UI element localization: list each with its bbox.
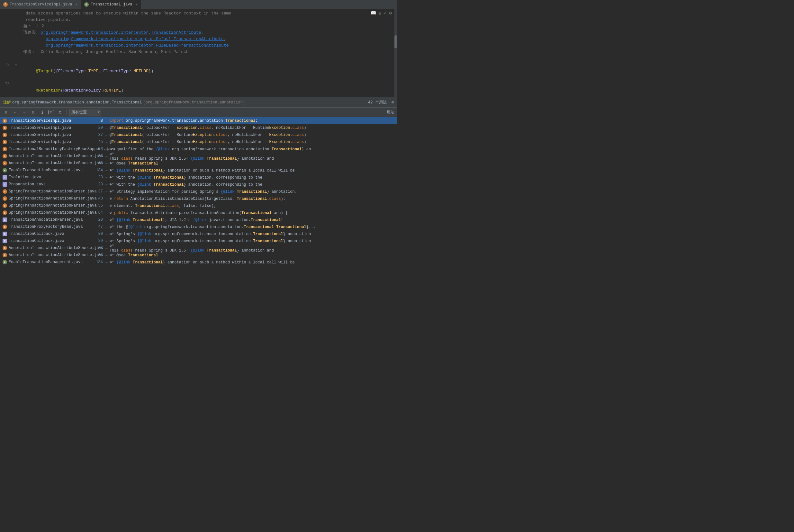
file-icon: E	[3, 168, 7, 172]
result-row[interactable]: EEnableTransactionManagement.java184⇒⊕* …	[0, 167, 397, 174]
result-row[interactable]: CAnnotationTransactionAttributeSource.ja…	[0, 245, 397, 251]
result-line-number: 29	[93, 239, 106, 243]
result-arrow: ⇒	[106, 168, 108, 172]
result-preview: ⊕ return AnnotationUtils.isCandidateClas…	[110, 196, 285, 201]
top-right-icons: 📖 ◎ ✓ ⚙	[371, 10, 392, 16]
tab-close-2[interactable]: ✕	[136, 2, 138, 6]
result-row[interactable]: CTransactionProxyFactoryBean.java47⇒⊕* t…	[0, 223, 397, 230]
file-icon: C	[3, 253, 7, 257]
result-file: IPropagation.java	[3, 182, 93, 187]
result-row[interactable]: CSpringTransactionAnnotationParser.java4…	[0, 195, 397, 202]
code-area: 📖 ◎ ✓ ⚙ data access operations need to e…	[0, 9, 397, 97]
result-row[interactable]: ITransactionAnnotationParser.java28⇒⊕* {…	[0, 216, 397, 223]
result-row[interactable]: IIsolation.java23⇒⊕* with the {@link Tra…	[0, 174, 397, 181]
comment-line-3: 自： 1.2	[0, 23, 397, 30]
eye-slash-icon[interactable]: ◎	[379, 10, 381, 16]
result-preview: ⊕* with the {@link Transactional} annota…	[110, 175, 262, 180]
result-line-number: 23	[93, 175, 106, 179]
result-file: CAnnotationTransactionAttributeSource.ja…	[3, 246, 93, 250]
result-row[interactable]: CTransactionServiceImpl.java8⇒import org…	[0, 117, 397, 124]
file-icon: C	[3, 161, 7, 166]
prev-btn[interactable]: ⇐	[12, 109, 19, 116]
result-arrow: ⇒	[106, 239, 108, 243]
expand-all-btn[interactable]: ⊞	[3, 109, 10, 116]
settings-icon[interactable]: ⚙	[389, 10, 392, 16]
scope-dropdown[interactable]: 所有位置 ▼	[69, 109, 101, 116]
result-line-number: 30	[93, 232, 106, 236]
result-line-number: 184	[93, 260, 106, 264]
book-icon[interactable]: 📖	[371, 10, 376, 16]
file-icon: I	[3, 217, 7, 222]
check-icon[interactable]: ✓	[384, 10, 386, 16]
result-line-number: 38	[93, 246, 106, 250]
result-arrow: ⇒	[106, 211, 108, 215]
info-annotation-label: 注解	[3, 100, 11, 105]
export-btn[interactable]: ⊏	[57, 109, 63, 116]
info-bar: 注解 org.springframework.transaction.annot…	[0, 97, 397, 108]
file-icon: C	[3, 189, 7, 194]
result-line-number: 29	[93, 126, 106, 130]
result-file: CSpringTransactionAnnotationParser.java	[3, 203, 93, 208]
file-icon: C	[3, 133, 7, 137]
result-row[interactable]: CTransactionServiceImpl.java45⇒@Transact…	[0, 138, 397, 146]
result-preview: ⊕* This class reads Spring's JDK 1.5+ {@…	[110, 152, 274, 161]
result-row[interactable]: CSpringTransactionAnnotationParser.java5…	[0, 202, 397, 209]
scrollbar-thumb[interactable]	[394, 35, 397, 48]
toolbar: ⊞ ⇐ ⇒ ⊟ ℹ [m] ⊏ 所有位置 ▼ 用法	[0, 108, 397, 117]
file-icon: C	[3, 196, 7, 201]
result-row[interactable]: IPropagation.java23⇒⊕* with the {@link T…	[0, 181, 397, 188]
result-row[interactable]: CAnnotationTransactionAttributeSource.ja…	[0, 153, 397, 160]
result-file: CTransactionalRepositoryFactoryBeanSuppo…	[3, 147, 93, 151]
group-btn[interactable]: ⊟	[30, 109, 37, 116]
info-package: (org.springframework.transaction.annotat…	[143, 100, 245, 105]
result-preview: ⊕* with the {@link Transactional} annota…	[110, 182, 262, 187]
results-list[interactable]: CTransactionServiceImpl.java8⇒import org…	[0, 117, 397, 266]
scrollbar-track[interactable]	[394, 9, 397, 97]
result-preview: ⊕* This class reads Spring's JDK 1.5+ {@…	[110, 244, 274, 253]
tab-transaction-service[interactable]: C TransactionServiceImpl.java ✕	[0, 0, 81, 9]
file-icon: C	[3, 140, 7, 144]
result-row[interactable]: CSpringTransactionAnnotationParser.java3…	[0, 188, 397, 195]
blank-line	[0, 55, 397, 62]
comment-line-7: 作者： Colin Sampaleanu, Juergen Hoeller, S…	[0, 49, 397, 55]
result-preview: ⊕* the @{@link org.springframework.trans…	[110, 225, 316, 229]
result-row[interactable]: IIsolation.java23⇒⊕* with the {@link Tra…	[0, 266, 397, 266]
toolbar-right-label: 用法	[387, 110, 394, 115]
result-line-number: 48	[93, 161, 106, 166]
result-file: IIsolation.java	[3, 175, 93, 179]
result-file: CSpringTransactionAnnotationParser.java	[3, 210, 93, 215]
tab-transactional[interactable]: @ Transactional.java ✕	[81, 0, 141, 9]
file-icon: E	[3, 260, 7, 264]
tab-close-1[interactable]: ✕	[75, 2, 77, 6]
result-arrow: ⇒	[106, 260, 108, 264]
result-line-number: 48	[93, 253, 106, 257]
settings-icon-info[interactable]: ⚙	[391, 100, 394, 105]
tab-label-2: Transactional.java	[91, 2, 132, 7]
result-arrow: ⇒	[106, 154, 108, 158]
result-row[interactable]: ITransactionCallback.java30⇒⊕* Spring's …	[0, 230, 397, 238]
result-arrow: ⇒	[106, 119, 108, 123]
result-preview: ⊕* Spring's {@link org.springframework.t…	[110, 239, 311, 244]
result-arrow: ⇒	[106, 225, 108, 229]
result-row[interactable]: CTransactionServiceImpl.java37⇒@Transact…	[0, 131, 397, 138]
info-btn[interactable]: ℹ	[39, 109, 45, 116]
result-preview: ⊕* {@link Transactional}, JTA 1.2's {@li…	[110, 217, 283, 222]
result-preview: @Transactional(rollbackFor = RuntimeExce…	[110, 133, 306, 137]
result-row[interactable]: CTransactionServiceImpl.java29⇒@Transact…	[0, 124, 397, 131]
comment-line-1: data access operations need to execute w…	[0, 10, 397, 17]
comment-line-4: 请参阅: org.springframework.transaction.int…	[0, 30, 397, 36]
file-icon: C	[3, 210, 7, 215]
result-line-number: 48	[93, 196, 106, 201]
result-arrow: ⇒	[106, 190, 108, 194]
result-row[interactable]: EEnableTransactionManagement.java184⇒⊕* …	[0, 259, 397, 266]
result-row[interactable]: CSpringTransactionAnnotationParser.java6…	[0, 209, 397, 216]
result-arrow: ⇒	[106, 140, 108, 144]
result-file: CTransactionServiceImpl.java	[3, 133, 93, 137]
results-container: CTransactionServiceImpl.java8⇒import org…	[0, 117, 397, 266]
info-class-name: org.springframework.transaction.annotati…	[12, 100, 142, 105]
result-file: CTransactionServiceImpl.java	[3, 126, 93, 130]
regex-btn[interactable]: [m]	[48, 109, 55, 116]
tab-bar: C TransactionServiceImpl.java ✕ @ Transa…	[0, 0, 397, 9]
result-file: CAnnotationTransactionAttributeSource.ja…	[3, 253, 93, 257]
next-btn[interactable]: ⇒	[21, 109, 27, 116]
